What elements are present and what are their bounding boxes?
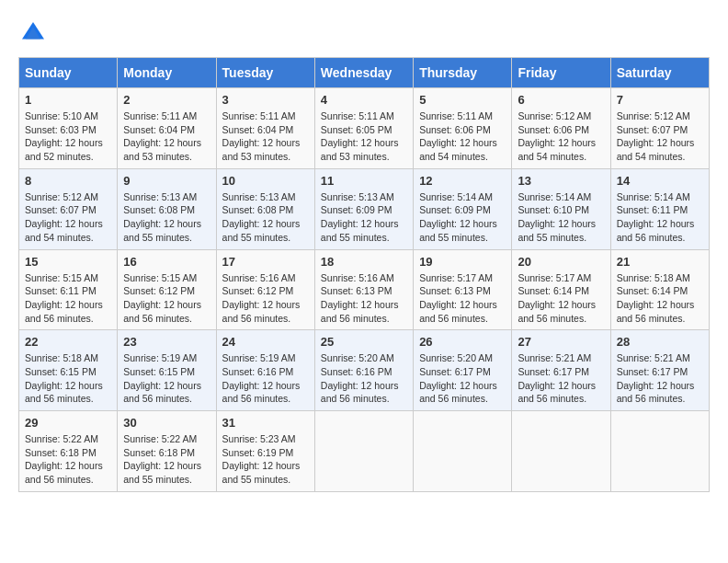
day-number: 1 [25, 93, 111, 107]
day-number: 26 [419, 335, 506, 349]
day-number: 13 [518, 174, 604, 188]
day-info: Sunrise: 5:22 AMSunset: 6:18 PMDaylight:… [25, 432, 111, 487]
day-number: 23 [123, 335, 210, 349]
calendar-cell: 11Sunrise: 5:13 AMSunset: 6:09 PMDayligh… [314, 168, 413, 249]
day-header-thursday: Thursday [414, 58, 512, 88]
calendar-cell: 26Sunrise: 5:20 AMSunset: 6:17 PMDayligh… [414, 330, 512, 411]
day-number: 19 [419, 255, 506, 269]
day-number: 29 [25, 416, 111, 430]
logo [18, 18, 51, 48]
day-info: Sunrise: 5:14 AMSunset: 6:09 PMDaylight:… [419, 190, 506, 245]
day-info: Sunrise: 5:15 AMSunset: 6:11 PMDaylight:… [25, 271, 111, 326]
calendar-cell: 3Sunrise: 5:11 AMSunset: 6:04 PMDaylight… [216, 88, 314, 169]
calendar-cell: 2Sunrise: 5:11 AMSunset: 6:04 PMDaylight… [118, 88, 216, 169]
day-info: Sunrise: 5:21 AMSunset: 6:17 PMDaylight:… [617, 351, 703, 406]
day-info: Sunrise: 5:16 AMSunset: 6:13 PMDaylight:… [321, 271, 407, 326]
day-number: 25 [321, 335, 407, 349]
day-info: Sunrise: 5:22 AMSunset: 6:18 PMDaylight:… [123, 432, 210, 487]
day-info: Sunrise: 5:14 AMSunset: 6:10 PMDaylight:… [518, 190, 604, 245]
day-info: Sunrise: 5:13 AMSunset: 6:08 PMDaylight:… [222, 190, 309, 245]
day-number: 10 [222, 174, 309, 188]
calendar-cell: 6Sunrise: 5:12 AMSunset: 6:06 PMDaylight… [512, 88, 610, 169]
day-info: Sunrise: 5:11 AMSunset: 6:04 PMDaylight:… [222, 109, 309, 164]
calendar-cell [610, 411, 709, 492]
day-info: Sunrise: 5:16 AMSunset: 6:12 PMDaylight:… [222, 271, 309, 326]
calendar-cell: 10Sunrise: 5:13 AMSunset: 6:08 PMDayligh… [216, 168, 314, 249]
calendar-cell: 22Sunrise: 5:18 AMSunset: 6:15 PMDayligh… [19, 330, 118, 411]
day-info: Sunrise: 5:23 AMSunset: 6:19 PMDaylight:… [222, 432, 309, 487]
day-info: Sunrise: 5:10 AMSunset: 6:03 PMDaylight:… [25, 109, 111, 164]
day-number: 16 [123, 255, 210, 269]
day-number: 27 [518, 335, 604, 349]
calendar-cell: 5Sunrise: 5:11 AMSunset: 6:06 PMDaylight… [414, 88, 512, 169]
calendar-cell [414, 411, 512, 492]
day-number: 2 [123, 93, 210, 107]
day-number: 6 [518, 93, 604, 107]
calendar-week-row: 29Sunrise: 5:22 AMSunset: 6:18 PMDayligh… [19, 411, 710, 492]
day-info: Sunrise: 5:13 AMSunset: 6:09 PMDaylight:… [321, 190, 407, 245]
calendar-cell: 29Sunrise: 5:22 AMSunset: 6:18 PMDayligh… [19, 411, 118, 492]
day-header-sunday: Sunday [19, 58, 118, 88]
calendar-week-row: 15Sunrise: 5:15 AMSunset: 6:11 PMDayligh… [19, 249, 710, 330]
day-number: 12 [419, 174, 506, 188]
day-number: 9 [123, 174, 210, 188]
calendar-cell: 20Sunrise: 5:17 AMSunset: 6:14 PMDayligh… [512, 249, 610, 330]
logo-icon [18, 18, 48, 48]
day-number: 17 [222, 255, 309, 269]
day-header-tuesday: Tuesday [216, 58, 314, 88]
calendar-cell: 16Sunrise: 5:15 AMSunset: 6:12 PMDayligh… [118, 249, 216, 330]
calendar-table: SundayMondayTuesdayWednesdayThursdayFrid… [18, 57, 710, 492]
day-number: 4 [321, 93, 407, 107]
day-header-wednesday: Wednesday [314, 58, 413, 88]
day-number: 18 [321, 255, 407, 269]
calendar-cell: 17Sunrise: 5:16 AMSunset: 6:12 PMDayligh… [216, 249, 314, 330]
day-info: Sunrise: 5:11 AMSunset: 6:05 PMDaylight:… [321, 109, 407, 164]
calendar-week-row: 22Sunrise: 5:18 AMSunset: 6:15 PMDayligh… [19, 330, 710, 411]
day-header-monday: Monday [118, 58, 216, 88]
calendar-cell: 23Sunrise: 5:19 AMSunset: 6:15 PMDayligh… [118, 330, 216, 411]
calendar-week-row: 1Sunrise: 5:10 AMSunset: 6:03 PMDaylight… [19, 88, 710, 169]
day-number: 5 [419, 93, 506, 107]
day-info: Sunrise: 5:12 AMSunset: 6:06 PMDaylight:… [518, 109, 604, 164]
calendar-header-row: SundayMondayTuesdayWednesdayThursdayFrid… [19, 58, 710, 88]
day-info: Sunrise: 5:18 AMSunset: 6:14 PMDaylight:… [617, 271, 703, 326]
page-header [18, 18, 710, 48]
day-number: 3 [222, 93, 309, 107]
day-info: Sunrise: 5:21 AMSunset: 6:17 PMDaylight:… [518, 351, 604, 406]
day-number: 14 [617, 174, 703, 188]
day-number: 15 [25, 255, 111, 269]
day-info: Sunrise: 5:14 AMSunset: 6:11 PMDaylight:… [617, 190, 703, 245]
calendar-cell: 14Sunrise: 5:14 AMSunset: 6:11 PMDayligh… [610, 168, 709, 249]
day-header-saturday: Saturday [610, 58, 709, 88]
day-info: Sunrise: 5:17 AMSunset: 6:13 PMDaylight:… [419, 271, 506, 326]
day-number: 8 [25, 174, 111, 188]
calendar-cell: 21Sunrise: 5:18 AMSunset: 6:14 PMDayligh… [610, 249, 709, 330]
day-info: Sunrise: 5:13 AMSunset: 6:08 PMDaylight:… [123, 190, 210, 245]
day-number: 31 [222, 416, 309, 430]
day-info: Sunrise: 5:18 AMSunset: 6:15 PMDaylight:… [25, 351, 111, 406]
day-info: Sunrise: 5:15 AMSunset: 6:12 PMDaylight:… [123, 271, 210, 326]
calendar-cell: 25Sunrise: 5:20 AMSunset: 6:16 PMDayligh… [314, 330, 413, 411]
day-header-friday: Friday [512, 58, 610, 88]
day-info: Sunrise: 5:12 AMSunset: 6:07 PMDaylight:… [25, 190, 111, 245]
calendar-cell: 31Sunrise: 5:23 AMSunset: 6:19 PMDayligh… [216, 411, 314, 492]
calendar-cell: 27Sunrise: 5:21 AMSunset: 6:17 PMDayligh… [512, 330, 610, 411]
day-info: Sunrise: 5:20 AMSunset: 6:16 PMDaylight:… [321, 351, 407, 406]
day-number: 20 [518, 255, 604, 269]
calendar-cell [314, 411, 413, 492]
day-info: Sunrise: 5:11 AMSunset: 6:06 PMDaylight:… [419, 109, 506, 164]
day-info: Sunrise: 5:19 AMSunset: 6:15 PMDaylight:… [123, 351, 210, 406]
day-number: 28 [617, 335, 703, 349]
calendar-cell: 19Sunrise: 5:17 AMSunset: 6:13 PMDayligh… [414, 249, 512, 330]
calendar-cell: 15Sunrise: 5:15 AMSunset: 6:11 PMDayligh… [19, 249, 118, 330]
day-number: 22 [25, 335, 111, 349]
day-number: 21 [617, 255, 703, 269]
calendar-cell: 28Sunrise: 5:21 AMSunset: 6:17 PMDayligh… [610, 330, 709, 411]
day-number: 7 [617, 93, 703, 107]
day-info: Sunrise: 5:11 AMSunset: 6:04 PMDaylight:… [123, 109, 210, 164]
calendar-cell: 7Sunrise: 5:12 AMSunset: 6:07 PMDaylight… [610, 88, 709, 169]
day-number: 11 [321, 174, 407, 188]
calendar-cell: 9Sunrise: 5:13 AMSunset: 6:08 PMDaylight… [118, 168, 216, 249]
day-info: Sunrise: 5:17 AMSunset: 6:14 PMDaylight:… [518, 271, 604, 326]
calendar-cell [512, 411, 610, 492]
